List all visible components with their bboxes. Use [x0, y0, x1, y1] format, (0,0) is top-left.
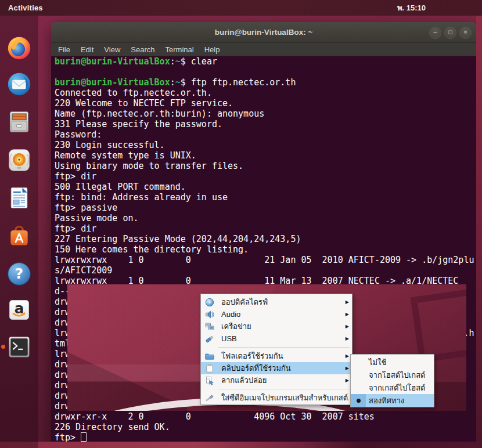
- terminal-line: burin@burin-VirtualBox:~$ ftp ftp.nectec…: [55, 77, 476, 88]
- dock-item-amazon[interactable]: [6, 297, 32, 323]
- submenu-item-disabled[interactable]: ไม่ใช้: [351, 356, 434, 368]
- menu-item-audio[interactable]: Audio▶: [201, 308, 352, 320]
- top-bar: Activities พ. 15:10: [0, 0, 482, 16]
- menu-view[interactable]: View: [104, 45, 120, 54]
- menu-item-label: คลิปบอร์ดที่ใช้ร่วมกัน: [221, 362, 342, 374]
- menu-separator: [218, 347, 350, 348]
- terminal-line: 500 Illegal PORT command.: [55, 182, 476, 192]
- menu-item-label: ลากแล้วปล่อย: [221, 374, 342, 386]
- dock-item-firefox[interactable]: [6, 35, 32, 61]
- dock-item-files[interactable]: [6, 109, 32, 135]
- terminal-line: 220 Welcome to NECTEC FTP service.: [55, 98, 476, 109]
- terminal-line: 150 Here comes the directory listing.: [55, 244, 476, 255]
- menu-file[interactable]: File: [58, 45, 70, 54]
- writer-icon: [6, 185, 32, 211]
- submenu-arrow-icon: ▶: [346, 312, 349, 317]
- terminal-line: Remote system type is UNIX.: [55, 150, 476, 161]
- desktop-strip-bottom: [0, 442, 482, 448]
- terminal-line: lrwxrwxrwx 1 0 0 21 Jan 05 2010 AFICT-20…: [55, 255, 476, 265]
- usb-icon: [205, 334, 214, 344]
- terminal-line: Name (ftp.nectec.or.th:burin): anonymous: [55, 109, 476, 119]
- menu-item-label: เครือข่าย: [221, 320, 342, 333]
- submenu-arrow-icon: ▶: [346, 336, 349, 341]
- dock-item-rhythmbox[interactable]: [6, 147, 32, 173]
- terminal-line: ftp> dir: [55, 223, 476, 234]
- tools-icon: [205, 393, 214, 403]
- amazon-icon: [6, 297, 32, 323]
- minimize-button[interactable]: –: [429, 27, 441, 39]
- close-button[interactable]: ×: [459, 27, 472, 39]
- menu-item-network[interactable]: เครือข่าย▶: [201, 320, 352, 333]
- clipboard-icon: [205, 364, 214, 373]
- menu-item-shared-clipboard[interactable]: คลิปบอร์ดที่ใช้ร่วมกัน▶: [201, 362, 352, 374]
- window-title: burin@burin-VirtualBox: ~: [215, 28, 313, 37]
- firefox-icon: [6, 35, 32, 61]
- radio-empty: [351, 368, 366, 381]
- terminal-line: drwxr-xr-x 2 0 0 4096 Oct 30 2007 sites: [55, 411, 476, 422]
- submenu-arrow-icon: ▶: [346, 366, 349, 371]
- terminal-line: [55, 67, 476, 77]
- dock-item-help[interactable]: [6, 261, 32, 287]
- radio-empty: [351, 356, 366, 368]
- software-icon: [6, 223, 32, 249]
- folder-icon: [205, 352, 214, 361]
- menu-help[interactable]: Help: [204, 45, 220, 54]
- terminal-line: burin@burin-VirtualBox:~$ clear: [55, 56, 476, 67]
- dock-item-thunderbird[interactable]: [6, 71, 32, 97]
- window-controls: –□×: [429, 27, 472, 39]
- menu-item-label: ใส่ซีดีอิมเมจโปรแกรมเสริมสำหรับเกสต์...: [221, 392, 349, 404]
- menu-item-label: Audio: [221, 310, 342, 319]
- radio-empty: [351, 381, 366, 394]
- menu-separator: [218, 389, 350, 389]
- submenu-arrow-icon: ▶: [346, 378, 349, 383]
- submenu-item-bidirectional[interactable]: สองทิศทาง: [351, 394, 434, 407]
- dock: [0, 16, 38, 448]
- activities-button[interactable]: Activities: [8, 3, 43, 12]
- menu-item-insert-guest-additions[interactable]: ใส่ซีดีอิมเมจโปรแกรมเสริมสำหรับเกสต์...: [201, 392, 352, 404]
- wallpaper-shape-light-band: [67, 364, 202, 381]
- dock-item-writer[interactable]: [6, 185, 32, 211]
- menu-terminal[interactable]: Terminal: [166, 45, 194, 54]
- terminal-line: Connected to ftp.nectec.or.th.: [55, 88, 476, 98]
- terminal-line: 331 Please specify the password.: [55, 119, 476, 129]
- menu-search[interactable]: Search: [131, 45, 154, 54]
- terminal-menubar: FileEditViewSearchTerminalHelp: [51, 43, 476, 56]
- dragdrop-icon: [205, 376, 214, 385]
- terminal-line: Passive mode on.: [55, 213, 476, 223]
- terminal-line: ftp> passive: [55, 203, 476, 213]
- desktop: Activities พ. 15:10 burin@burin-VirtualB…: [0, 0, 482, 448]
- submenu-arrow-icon: ▶: [346, 324, 349, 329]
- menu-edit[interactable]: Edit: [81, 45, 93, 54]
- menu-item-label: ออปติคัลไดรฟ์: [221, 296, 342, 308]
- audio-icon: [205, 310, 214, 319]
- radio-dot-icon: [357, 399, 361, 403]
- network-icon: [205, 322, 214, 331]
- terminal-line: ftp> dir: [55, 171, 476, 182]
- clipboard-submenu: ไม่ใช้จากโฮสต์ไปเกสต์จากเกสต์ไปโฮสต์สองท…: [350, 354, 434, 407]
- vbox-device-menu: ออปติคัลไดรฟ์▶Audio▶เครือข่าย▶USB▶โฟลเดอ…: [200, 294, 352, 405]
- dock-item-software[interactable]: [6, 223, 32, 249]
- menu-item-drag-and-drop[interactable]: ลากแล้วปล่อย▶: [201, 374, 352, 386]
- rhythmbox-icon: [6, 147, 32, 173]
- desktop-strip-right: [476, 16, 482, 448]
- terminal-line: Password:: [55, 129, 476, 140]
- submenu-arrow-icon: ▶: [346, 353, 349, 359]
- menu-item-label: USB: [221, 334, 342, 343]
- submenu-item-label: ไม่ใช้: [366, 356, 386, 368]
- terminal-line: s/AFICT2009: [55, 265, 476, 276]
- help-icon: [6, 261, 32, 287]
- terminal-titlebar[interactable]: burin@burin-VirtualBox: ~ –□×: [51, 22, 476, 43]
- submenu-item-host-to-guest[interactable]: จากโฮสต์ไปเกสต์: [351, 368, 434, 381]
- dock-item-terminal[interactable]: [6, 334, 32, 360]
- terminal-icon: [6, 334, 32, 360]
- terminal-cursor: [81, 432, 87, 442]
- menu-item-label: โฟลเดอร์ใช้ร่วมกัน: [221, 350, 342, 362]
- clock[interactable]: พ. 15:10: [397, 0, 426, 16]
- menu-item-usb[interactable]: USB▶: [201, 333, 352, 345]
- thunderbird-icon: [6, 71, 32, 97]
- wallpaper-shape-square-outline: [411, 288, 466, 363]
- maximize-button[interactable]: □: [444, 27, 456, 39]
- menu-item-shared-folders[interactable]: โฟลเดอร์ใช้ร่วมกัน▶: [201, 350, 352, 362]
- submenu-item-guest-to-host[interactable]: จากเกสต์ไปโฮสต์: [351, 381, 434, 394]
- menu-item-optical-drive[interactable]: ออปติคัลไดรฟ์▶: [201, 296, 352, 308]
